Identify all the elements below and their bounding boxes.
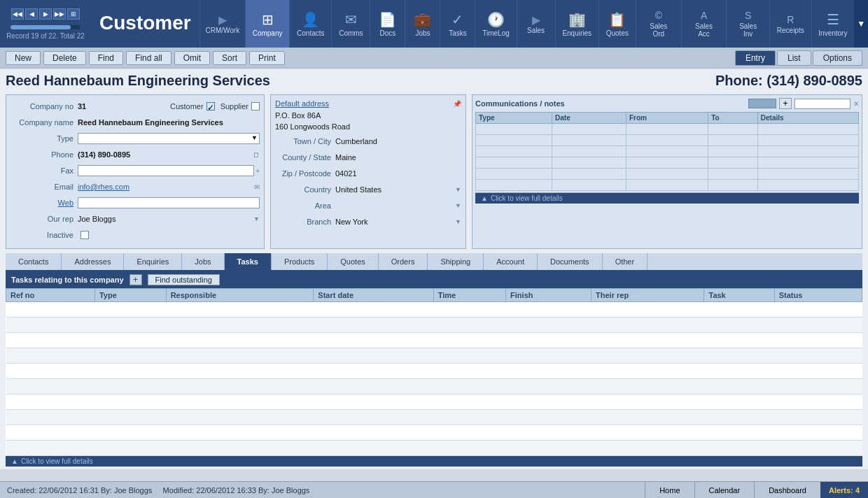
- tab-other[interactable]: Other: [603, 253, 648, 270]
- toolbar-jobs[interactable]: 💼 Jobs: [405, 0, 440, 48]
- address-pin-icon[interactable]: 📌: [453, 100, 461, 108]
- toolbar-crm[interactable]: ▶ CRM/Work: [200, 0, 246, 48]
- customer-checkbox[interactable]: ✓: [206, 102, 215, 111]
- comms-view-full-details[interactable]: ▲ Click to view full details: [475, 193, 859, 204]
- our-rep-dropdown-icon[interactable]: ▼: [253, 215, 260, 222]
- web-input[interactable]: [78, 197, 260, 208]
- new-button[interactable]: New: [6, 51, 41, 65]
- tab-quotes[interactable]: Quotes: [328, 253, 378, 270]
- toolbar-comms[interactable]: ✉ Comms: [332, 0, 370, 48]
- tasks-add-button[interactable]: +: [130, 274, 142, 285]
- tab-orders[interactable]: Orders: [379, 253, 428, 270]
- table-row[interactable]: [6, 441, 862, 456]
- omit-button[interactable]: Omit: [174, 51, 210, 65]
- zip-label: Zip / Postcode: [275, 169, 331, 178]
- phone-copy-icon[interactable]: 🗋: [253, 151, 260, 159]
- toolbar-docs[interactable]: 📄 Docs: [370, 0, 405, 48]
- table-row[interactable]: [6, 379, 862, 394]
- table-row[interactable]: [6, 394, 862, 410]
- type-select[interactable]: [78, 133, 260, 144]
- toolbar-inventory[interactable]: ☰ Inventory: [812, 0, 855, 48]
- nav-first[interactable]: ◀◀: [11, 8, 24, 20]
- inactive-checkbox[interactable]: [80, 231, 89, 239]
- home-button[interactable]: Home: [645, 482, 694, 498]
- tab-products[interactable]: Products: [272, 253, 328, 270]
- tab-options[interactable]: Options: [813, 50, 862, 66]
- company-icon: ⊞: [262, 11, 274, 28]
- company-phone-heading: Phone: (314) 890-0895: [715, 73, 862, 89]
- tasks-view-full-details[interactable]: ▲ Click to view full details: [6, 456, 862, 467]
- table-row[interactable]: [6, 333, 862, 348]
- dashboard-button[interactable]: Dashboard: [754, 482, 820, 498]
- toolbar-sales-arrow[interactable]: ▶ Sales: [517, 0, 556, 48]
- comms-color-picker[interactable]: [748, 99, 776, 108]
- company-no-label: Company no: [10, 102, 74, 111]
- country-value: United States: [335, 185, 455, 194]
- default-address-link[interactable]: Default address: [275, 99, 329, 108]
- toolbar-sales-ord[interactable]: © Sales Ord: [636, 0, 682, 48]
- sort-button[interactable]: Sort: [213, 51, 246, 65]
- tab-addresses[interactable]: Addresses: [62, 253, 124, 270]
- find-button[interactable]: Find: [89, 51, 123, 65]
- tab-documents[interactable]: Documents: [538, 253, 603, 270]
- tab-jobs[interactable]: Jobs: [182, 253, 224, 270]
- table-row[interactable]: [6, 348, 862, 364]
- tasks-label: Tasks: [449, 29, 467, 37]
- toolbar-quotes[interactable]: 📋 Quotes: [599, 0, 636, 48]
- tab-enquiries[interactable]: Enquiries: [124, 253, 182, 270]
- toolbar-sales-acc[interactable]: A Sales Acc: [682, 0, 727, 48]
- nav-next[interactable]: ▶: [39, 8, 52, 20]
- sales-acc-icon: A: [701, 10, 707, 21]
- nav-last[interactable]: ▶▶: [53, 8, 66, 20]
- tab-entry[interactable]: Entry: [735, 50, 776, 66]
- tab-extra[interactable]: [648, 253, 862, 270]
- comms-search-clear-icon[interactable]: ✕: [853, 100, 859, 108]
- toolbar-sales-inv[interactable]: S Sales Inv: [727, 0, 770, 48]
- country-label: Country: [275, 185, 331, 194]
- table-row[interactable]: [6, 425, 862, 441]
- tab-tasks[interactable]: Tasks: [225, 253, 272, 270]
- branch-dropdown-icon[interactable]: ▼: [455, 218, 461, 225]
- table-row[interactable]: [6, 364, 862, 379]
- table-row[interactable]: [6, 318, 862, 333]
- comms-add-btn[interactable]: +: [779, 98, 792, 109]
- comms-row: [476, 124, 859, 135]
- calendar-button[interactable]: Calendar: [694, 482, 755, 498]
- toolbar-receipts[interactable]: R Receipts: [770, 0, 812, 48]
- email-value[interactable]: info@rhes.com: [78, 183, 254, 191]
- tasks-icon: ✓: [451, 11, 463, 28]
- fax-input[interactable]: [78, 165, 254, 176]
- tasks-col-finish: Finish: [506, 289, 592, 302]
- toolbar-company[interactable]: ⊞ Company: [246, 0, 290, 48]
- tab-contacts[interactable]: Contacts: [6, 253, 62, 270]
- toolbar-tasks[interactable]: ✓ Tasks: [440, 0, 475, 48]
- type-field: Type ▼: [10, 131, 260, 145]
- toolbar-contacts[interactable]: 👤 Contacts: [290, 0, 332, 48]
- nav-prev[interactable]: ◀: [25, 8, 38, 20]
- comms-icon: ✉: [345, 11, 357, 28]
- address-section: Default address 📌 P.O. Box 86A 160 Longw…: [270, 94, 466, 249]
- email-action-icon[interactable]: ✉: [254, 183, 260, 191]
- delete-button[interactable]: Delete: [43, 51, 86, 65]
- table-row[interactable]: [6, 302, 862, 318]
- web-label[interactable]: Web: [10, 199, 74, 207]
- toolbar-overflow[interactable]: ▼: [854, 0, 868, 48]
- area-dropdown-icon[interactable]: ▼: [455, 202, 461, 209]
- find-all-button[interactable]: Find all: [126, 51, 172, 65]
- toolbar-timelog[interactable]: 🕐 TimeLog: [475, 0, 517, 48]
- alerts-section[interactable]: Alerts: 4: [820, 482, 868, 498]
- find-outstanding-button[interactable]: Find outstanding: [148, 274, 220, 285]
- comms-search-input[interactable]: [794, 99, 850, 109]
- nav-menu[interactable]: ⊞: [67, 8, 80, 20]
- country-dropdown-icon[interactable]: ▼: [455, 186, 461, 193]
- sales-acc-label: Sales Acc: [689, 22, 719, 38]
- quotes-icon: 📋: [608, 11, 626, 28]
- print-button[interactable]: Print: [249, 51, 285, 65]
- tab-account[interactable]: Account: [484, 253, 538, 270]
- supplier-checkbox[interactable]: [251, 102, 260, 111]
- fax-add-icon[interactable]: +: [255, 167, 260, 175]
- tab-shipping[interactable]: Shipping: [428, 253, 484, 270]
- tab-list[interactable]: List: [777, 50, 811, 66]
- table-row[interactable]: [6, 410, 862, 425]
- toolbar-enquiries[interactable]: 🏢 Enquiries: [556, 0, 599, 48]
